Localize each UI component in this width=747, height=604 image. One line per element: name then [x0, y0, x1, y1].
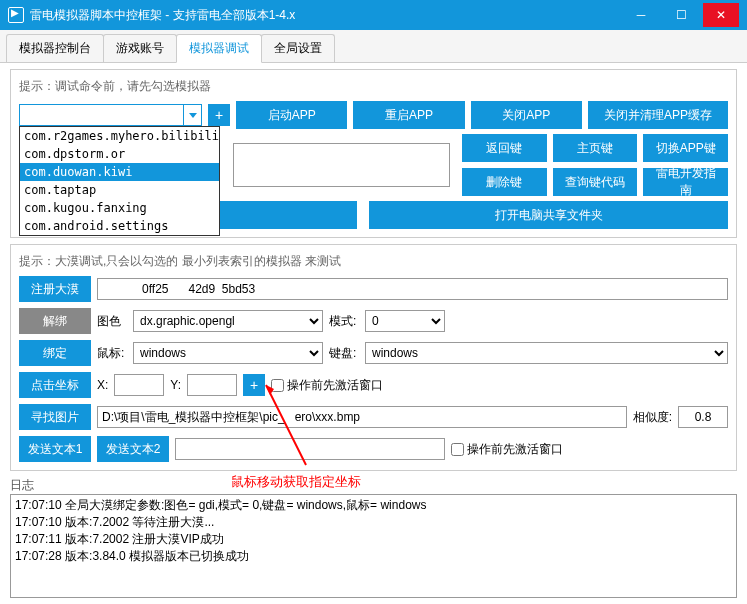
panel2-hint: 提示：大漠调试,只会以勾选的 最小列表索引的模拟器 来测试	[19, 253, 728, 270]
tab-console[interactable]: 模拟器控制台	[6, 34, 104, 62]
find-image-button[interactable]: 寻找图片	[19, 404, 91, 430]
dropdown-item[interactable]: com.taptap	[20, 181, 219, 199]
switch-app-button[interactable]: 切换APP键	[643, 134, 728, 162]
log-line: 17:07:10 版本:7.2002 等待注册大漠...	[15, 514, 732, 531]
dropdown-item[interactable]: com.android.settings	[20, 217, 219, 235]
keyboard-label: 键盘:	[329, 345, 359, 362]
close-button[interactable]: ✕	[703, 3, 739, 27]
unbind-button[interactable]: 解绑	[19, 308, 91, 334]
back-key-button[interactable]: 返回键	[462, 134, 547, 162]
log-line: 17:07:28 版本:3.84.0 模拟器版本已切换成功	[15, 548, 732, 565]
tab-bar: 模拟器控制台 游戏账号 模拟器调试 全局设置	[0, 30, 747, 63]
y-label: Y:	[170, 378, 181, 392]
home-key-button[interactable]: 主页键	[553, 134, 638, 162]
dropdown-item-selected[interactable]: com.duowan.kiwi	[20, 163, 219, 181]
window-title: 雷电模拟器脚本中控框架 - 支持雷电全部版本1-4.x	[30, 7, 623, 24]
red-tip-text: 鼠标移动获取指定坐标	[231, 473, 361, 491]
dm-debug-panel: 提示：大漠调试,只会以勾选的 最小列表索引的模拟器 来测试 注册大漠 解绑 图色…	[10, 244, 737, 471]
mouse-label: 鼠标:	[97, 345, 127, 362]
click-coord-button[interactable]: 点击坐标	[19, 372, 91, 398]
panel1-hint: 提示：调试命令前，请先勾选模拟器	[19, 78, 728, 95]
package-input[interactable]	[19, 104, 184, 126]
log-line: 17:07:10 全局大漠绑定参数:图色= gdi,模式= 0,键盘= wind…	[15, 497, 732, 514]
send-text1-button[interactable]: 发送文本1	[19, 436, 91, 462]
close-app-button[interactable]: 关闭APP	[471, 101, 582, 129]
dropdown-item[interactable]: com.kugou.fanxing	[20, 199, 219, 217]
chevron-down-icon	[189, 113, 197, 118]
package-dropdown: com.r2games.myhero.bilibili com.dpstorm.…	[19, 126, 220, 236]
log-line: 17:07:11 版本:7.2002 注册大漠VIP成功	[15, 531, 732, 548]
register-dm-button[interactable]: 注册大漠	[19, 276, 91, 302]
mouse-select[interactable]: windows	[133, 342, 323, 364]
start-app-button[interactable]: 启动APP	[236, 101, 347, 129]
package-combo: com.r2games.myhero.bilibili com.dpstorm.…	[19, 104, 202, 126]
log-textarea[interactable]: 17:07:10 全局大漠绑定参数:图色= gdi,模式= 0,键盘= wind…	[10, 494, 737, 598]
similarity-label: 相似度:	[633, 409, 672, 426]
dev-guide-button[interactable]: 雷电开发指南	[643, 168, 728, 196]
open-share-button[interactable]: 打开电脑共享文件夹	[369, 201, 728, 229]
activate-window-checkbox[interactable]: 操作前先激活窗口	[271, 377, 383, 394]
dropdown-item[interactable]: com.r2games.myhero.bilibili	[20, 127, 219, 145]
mode-label: 模式:	[329, 313, 359, 330]
send-text2-button[interactable]: 发送文本2	[97, 436, 169, 462]
image-path-input[interactable]	[97, 406, 627, 428]
maximize-button[interactable]: ☐	[663, 3, 699, 27]
debug-commands-panel: 提示：调试命令前，请先勾选模拟器 com.r2games.myhero.bili…	[10, 69, 737, 238]
color-label: 图色	[97, 313, 127, 330]
add-package-button[interactable]: +	[208, 104, 230, 126]
log-title: 日志	[10, 477, 737, 494]
activate-window-checkbox-2[interactable]: 操作前先激活窗口	[451, 441, 563, 458]
mode-select[interactable]: 0	[365, 310, 445, 332]
log-panel: 日志 17:07:10 全局大漠绑定参数:图色= gdi,模式= 0,键盘= w…	[10, 477, 737, 598]
restart-app-button[interactable]: 重启APP	[353, 101, 464, 129]
activate-checkbox-1[interactable]	[271, 379, 284, 392]
delete-key-button[interactable]: 删除键	[462, 168, 547, 196]
bind-button[interactable]: 绑定	[19, 340, 91, 366]
tab-debug[interactable]: 模拟器调试	[176, 34, 262, 63]
activate-checkbox-2[interactable]	[451, 443, 464, 456]
combo-dropdown-button[interactable]	[184, 104, 202, 126]
svg-marker-0	[189, 113, 197, 118]
send-text-input[interactable]	[175, 438, 445, 460]
similarity-input[interactable]	[678, 406, 728, 428]
titlebar: 雷电模拟器脚本中控框架 - 支持雷电全部版本1-4.x ─ ☐ ✕	[0, 0, 747, 30]
color-select[interactable]: dx.graphic.opengl	[133, 310, 323, 332]
dropdown-item[interactable]: com.dpstorm.or	[20, 145, 219, 163]
tab-settings[interactable]: 全局设置	[261, 34, 335, 62]
adb-output-box[interactable]	[233, 143, 450, 187]
y-input[interactable]	[187, 374, 237, 396]
app-icon	[8, 7, 24, 23]
register-value-input[interactable]	[97, 278, 728, 300]
query-keycode-button[interactable]: 查询键代码	[553, 168, 638, 196]
minimize-button[interactable]: ─	[623, 3, 659, 27]
pick-coord-button[interactable]: +	[243, 374, 265, 396]
close-clear-button[interactable]: 关闭并清理APP缓存	[588, 101, 728, 129]
x-label: X:	[97, 378, 108, 392]
tab-accounts[interactable]: 游戏账号	[103, 34, 177, 62]
x-input[interactable]	[114, 374, 164, 396]
keyboard-select[interactable]: windows	[365, 342, 728, 364]
